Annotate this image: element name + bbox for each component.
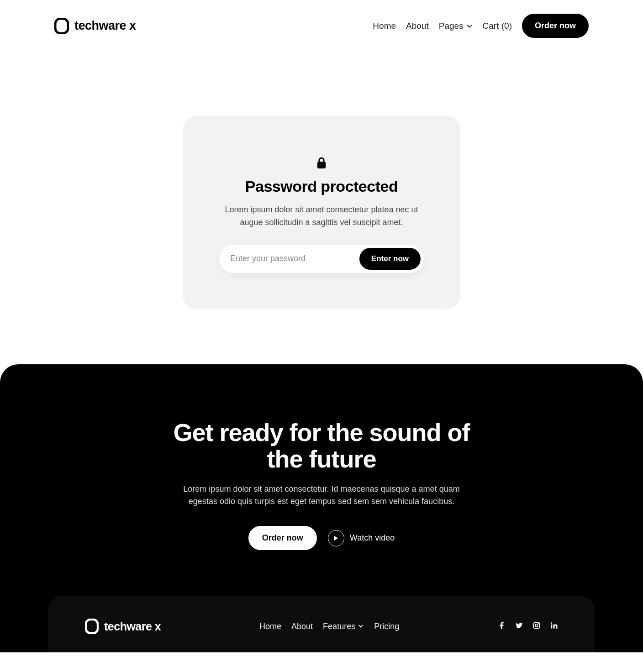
twitter-icon xyxy=(515,621,523,630)
instagram-icon xyxy=(532,621,541,630)
cta-buttons: Order now Watch video xyxy=(157,526,486,550)
svg-point-4 xyxy=(535,624,538,627)
brand-name: techware x xyxy=(74,19,136,33)
footer-logo[interactable]: techware x xyxy=(85,619,161,634)
password-input[interactable] xyxy=(230,254,359,263)
footer: techware x Home About Features Pricing xyxy=(48,596,595,652)
primary-nav: Home About Pages Cart (0) Order now xyxy=(373,14,589,38)
watch-video-button[interactable]: Watch video xyxy=(328,530,395,546)
linkedin-link[interactable] xyxy=(550,621,558,631)
footer-nav-pricing[interactable]: Pricing xyxy=(374,622,399,631)
order-now-button[interactable]: Order now xyxy=(522,14,589,38)
logo-icon xyxy=(85,619,99,634)
svg-rect-2 xyxy=(86,620,98,633)
chevron-down-icon xyxy=(466,23,473,29)
card-description: Lorem ipsum dolor sit amet consectetur p… xyxy=(219,204,424,229)
twitter-link[interactable] xyxy=(515,621,523,631)
social-links xyxy=(498,621,558,631)
footer-nav-home[interactable]: Home xyxy=(259,622,281,631)
footer-nav: Home About Features Pricing xyxy=(259,622,399,631)
facebook-icon xyxy=(498,621,506,630)
cta-section: Get ready for the sound of the future Lo… xyxy=(0,364,643,596)
play-icon xyxy=(328,530,344,546)
linkedin-icon xyxy=(550,621,558,630)
svg-rect-0 xyxy=(55,19,68,33)
card-title: Password proctected xyxy=(219,178,424,195)
nav-pages[interactable]: Pages xyxy=(439,21,473,31)
footer-nav-features[interactable]: Features xyxy=(323,622,364,631)
facebook-link[interactable] xyxy=(498,621,506,631)
footer-wrap: techware x Home About Features Pricing xyxy=(0,596,643,652)
cta-description: Lorem ipsum dolor sit amet consectetur. … xyxy=(157,483,486,508)
chevron-down-icon xyxy=(358,623,364,629)
cta-order-button[interactable]: Order now xyxy=(248,526,317,550)
nav-pages-label: Pages xyxy=(439,21,464,31)
svg-rect-6 xyxy=(551,625,552,629)
lock-icon xyxy=(316,157,327,169)
instagram-link[interactable] xyxy=(532,621,541,631)
footer-nav-about[interactable]: About xyxy=(291,622,313,631)
svg-point-7 xyxy=(551,623,552,624)
svg-rect-1 xyxy=(317,162,326,168)
cta-title: Get ready for the sound of the future xyxy=(157,419,486,472)
header: techware x Home About Pages Cart (0) Ord… xyxy=(54,0,589,52)
footer-brand-name: techware x xyxy=(104,620,161,633)
svg-point-5 xyxy=(538,623,539,624)
brand-logo[interactable]: techware x xyxy=(54,18,136,34)
nav-home[interactable]: Home xyxy=(373,21,396,31)
logo-icon xyxy=(54,18,69,34)
nav-about[interactable]: About xyxy=(406,21,429,31)
footer-nav-features-label: Features xyxy=(323,622,355,631)
password-form: Enter now xyxy=(219,245,424,273)
password-card: Password proctected Lorem ipsum dolor si… xyxy=(183,116,460,310)
watch-video-label: Watch video xyxy=(350,533,395,543)
enter-now-button[interactable]: Enter now xyxy=(359,248,421,270)
main-content: Password proctected Lorem ipsum dolor si… xyxy=(0,52,643,364)
nav-cart[interactable]: Cart (0) xyxy=(483,21,512,31)
